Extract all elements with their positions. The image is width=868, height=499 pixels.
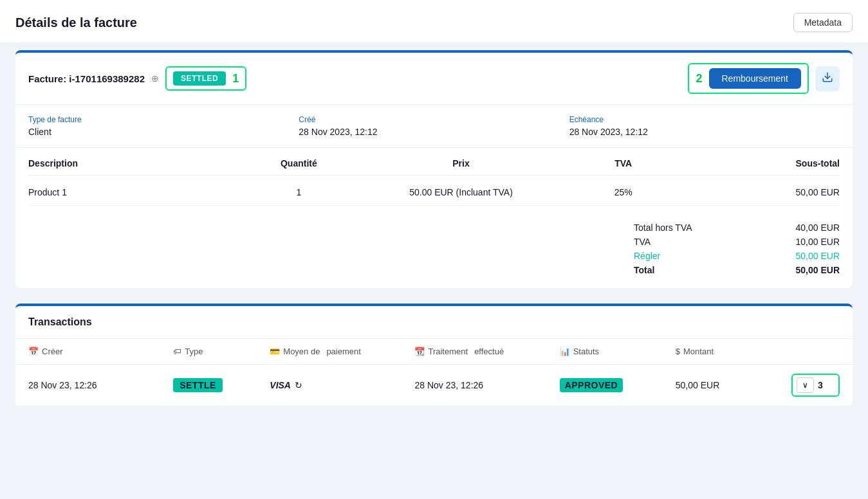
invoice-header: Facture: i-1701169389282 ⊕ SETTLED 1 2 R… [15,53,853,105]
invoice-id: Facture: i-1701169389282 [28,73,145,84]
regler-label: Régler [634,251,660,261]
page-title: Détails de la facture [15,15,137,30]
approved-badge: APPROVED [560,378,623,392]
invoice-table: Description Quantité Prix TVA Sous-total… [15,148,853,216]
echeance-label: Echéance [569,115,840,124]
col-quantity: Quantité [245,158,353,168]
tva-label: TVA [634,237,651,247]
row-description: Product 1 [28,187,245,197]
col-description: Description [28,158,245,168]
annotation-2: 2 [696,72,702,86]
chevron-box: ∨ 3 [791,374,840,397]
tx-payment: VISA ↻ [270,380,414,390]
tx-type: SETTLE [173,378,270,392]
invoice-actions: 2 Remboursement [688,63,840,94]
total-label: Total [634,265,654,275]
row-quantity: 1 [245,187,353,197]
chevron-button[interactable]: ∨ [797,377,814,393]
created-label: Créé [299,115,569,124]
annotation-1: 1 [232,72,239,86]
row-subtotal: 50,00 EUR [678,187,840,197]
totals-section: Total hors TVA 40,00 EUR TVA 10,00 EUR R… [15,216,853,288]
card-icon: 💳 [270,347,280,356]
transaction-row: 28 Nov 23, 12:26 SETTLE VISA ↻ 28 Nov 23… [15,365,853,406]
meta-created: Créé 28 Nov 2023, 12:12 [299,115,569,137]
type-value: Client [28,127,299,137]
col-subtotal: Sous-total [678,158,840,168]
echeance-value: 28 Nov 2023, 12:12 [569,127,840,137]
row-tva: 25% [569,187,678,197]
hors-tva-value: 40,00 EUR [796,222,840,233]
table-header: Description Quantité Prix TVA Sous-total [28,158,840,176]
main-content: Facture: i-1701169389282 ⊕ SETTLED 1 2 R… [0,42,868,422]
transactions-table-header: 📅 Créer 🏷 Type 💳 Moyen de paiement 📆 Tra… [15,339,853,365]
tx-traitement: 28 Nov 23, 12:26 [414,380,559,390]
regler-value: 50,00 EUR [796,251,840,261]
invoice-id-area: Facture: i-1701169389282 ⊕ SETTLED 1 [28,66,246,91]
th-type: 🏷 Type [173,347,270,356]
transactions-header: Transactions [15,306,853,339]
copy-icon[interactable]: ⊕ [151,73,159,84]
col-price: Prix [353,158,569,168]
th-moyen: 💳 Moyen de paiement [270,347,414,356]
total-total: Total 50,00 EUR [634,265,840,275]
page-header: Détails de la facture Metadata [0,0,868,42]
transactions-title: Transactions [28,316,840,328]
th-creer: 📅 Créer [28,347,173,356]
row-price: 50.00 EUR (Incluant TVA) [353,187,569,197]
visa-area: VISA ↻ [270,380,414,390]
th-montant: $ Montant [676,347,791,356]
meta-echeance: Echéance 28 Nov 2023, 12:12 [569,115,840,137]
hors-tva-label: Total hors TVA [634,222,692,233]
calendar-icon: 📅 [28,347,39,356]
total-hors-tva: Total hors TVA 40,00 EUR [634,222,840,233]
transactions-card: Transactions 📅 Créer 🏷 Type 💳 Moyen de p… [15,304,853,406]
type-label: Type de facture [28,115,299,124]
tx-date: 28 Nov 23, 12:26 [28,380,173,390]
tx-status: APPROVED [560,378,676,392]
tx-amount: 50,00 EUR [676,380,791,390]
settled-badge-box: SETTLED 1 [165,66,246,91]
tag-icon: 🏷 [173,347,181,356]
created-value: 28 Nov 2023, 12:12 [299,127,569,137]
settle-badge: SETTLE [173,378,223,392]
total-tva: TVA 10,00 EUR [634,237,840,247]
processing-icon: 📆 [414,347,425,356]
meta-type: Type de facture Client [28,115,299,137]
total-value: 50,00 EUR [796,265,840,275]
tx-action: ∨ 3 [791,374,840,397]
dollar-icon: $ [676,347,680,356]
refresh-icon[interactable]: ↻ [295,380,302,390]
settled-badge: SETTLED [173,71,226,86]
invoice-meta: Type de facture Client Créé 28 Nov 2023,… [15,105,853,148]
total-regler: Régler 50,00 EUR [634,251,840,261]
remboursement-button[interactable]: Remboursement [709,68,802,89]
tva-value: 10,00 EUR [796,237,840,247]
th-statuts: 📊 Statuts [560,347,676,356]
remboursement-box: 2 Remboursement [688,63,809,94]
download-button[interactable] [815,66,840,91]
table-row: Product 1 1 50.00 EUR (Incluant TVA) 25%… [28,179,840,206]
chart-icon: 📊 [560,347,570,356]
col-tva: TVA [569,158,678,168]
th-traitement: 📆 Traitement effectué [414,347,559,356]
metadata-button[interactable]: Metadata [793,13,853,32]
invoice-card: Facture: i-1701169389282 ⊕ SETTLED 1 2 R… [15,50,853,288]
annotation-3: 3 [818,380,823,390]
visa-logo: VISA [270,380,291,390]
